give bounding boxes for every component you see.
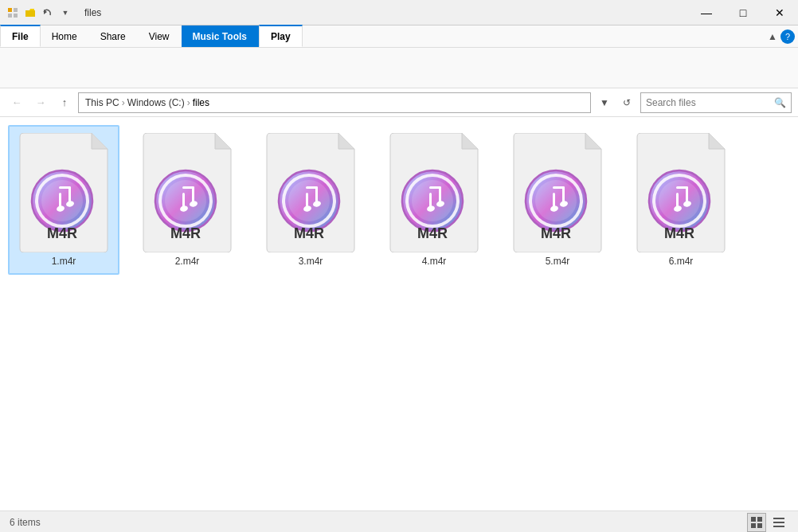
svg-rect-71 xyxy=(751,517,756,522)
svg-text:M4R: M4R xyxy=(664,225,694,241)
back-button[interactable]: ← xyxy=(6,92,27,113)
tab-view[interactable]: View xyxy=(138,25,182,47)
search-box[interactable]: 🔍 xyxy=(640,92,792,113)
list-item[interactable]: M4R 2.m4r xyxy=(131,125,243,275)
title-bar-icons: ▼ xyxy=(6,6,72,19)
folder-icon[interactable] xyxy=(24,6,37,19)
svg-point-64 xyxy=(659,180,700,221)
svg-rect-11 xyxy=(59,193,61,207)
svg-rect-75 xyxy=(773,518,784,519)
tab-share-label: Share xyxy=(100,31,126,42)
status-bar: 6 items xyxy=(0,510,798,532)
tab-home[interactable]: Home xyxy=(41,25,89,47)
svg-rect-76 xyxy=(773,522,784,523)
file-name: 2.m4r xyxy=(175,256,200,267)
file-name: 5.m4r xyxy=(546,256,570,267)
address-bar: ← → ↑ This PC › Windows (C:) › files ▼ ↺… xyxy=(0,88,798,117)
svg-point-9 xyxy=(41,180,83,221)
title-bar: ▼ files — □ ✕ xyxy=(0,0,798,25)
file-icon: M4R xyxy=(633,133,729,252)
svg-rect-56 xyxy=(553,186,565,189)
ribbon: File Home Share View Music Tools Play ▲ … xyxy=(0,25,798,88)
svg-text:M4R: M4R xyxy=(541,225,571,241)
close-button[interactable]: ✕ xyxy=(761,0,798,25)
dropdown-icon[interactable]: ▼ xyxy=(59,6,72,19)
file-icon: M4R xyxy=(386,133,482,252)
svg-rect-22 xyxy=(182,193,185,207)
tab-home-label: Home xyxy=(52,31,77,42)
file-icon: M4R xyxy=(139,133,235,252)
forward-button[interactable]: → xyxy=(30,92,51,113)
svg-text:M4R: M4R xyxy=(170,225,201,241)
status-bar-right xyxy=(747,513,788,532)
svg-point-31 xyxy=(288,180,330,221)
svg-rect-12 xyxy=(59,186,71,189)
svg-rect-73 xyxy=(751,523,756,528)
tab-file[interactable]: File xyxy=(0,25,41,47)
svg-text:M4R: M4R xyxy=(294,225,324,241)
svg-rect-23 xyxy=(182,186,194,189)
tab-play-label: Play xyxy=(271,31,291,42)
svg-text:M4R: M4R xyxy=(47,225,77,241)
file-name: 6.m4r xyxy=(669,256,694,267)
search-icon: 🔍 xyxy=(774,97,786,108)
svg-rect-67 xyxy=(676,186,688,189)
tab-play[interactable]: Play xyxy=(259,25,303,47)
file-icon: M4R xyxy=(263,133,358,252)
file-grid: M4R 1.m4r xyxy=(0,117,798,510)
large-icons-view-button[interactable] xyxy=(747,513,766,532)
tab-music-tools[interactable]: Music Tools xyxy=(182,25,259,47)
window-title: files xyxy=(84,7,101,18)
svg-point-42 xyxy=(412,180,453,221)
svg-rect-44 xyxy=(429,193,432,207)
minimize-button[interactable]: — xyxy=(688,0,725,25)
breadcrumb-windows-c: Windows (C:) xyxy=(127,97,185,108)
svg-point-53 xyxy=(535,180,577,221)
ribbon-tabs: File Home Share View Music Tools Play ▲ … xyxy=(0,25,798,48)
breadcrumb-files: files xyxy=(193,97,209,108)
file-icon: M4R xyxy=(510,133,605,252)
refresh-button[interactable]: ↺ xyxy=(616,92,637,113)
list-item[interactable]: M4R 6.m4r xyxy=(625,125,737,275)
address-actions: ▼ ↺ xyxy=(594,92,637,113)
svg-rect-3 xyxy=(14,14,18,18)
quick-access-icon[interactable] xyxy=(6,6,19,19)
file-name: 1.m4r xyxy=(52,256,76,267)
svg-rect-0 xyxy=(8,8,12,12)
tab-file-label: File xyxy=(12,31,29,42)
list-item[interactable]: M4R 3.m4r xyxy=(255,125,366,275)
search-input[interactable] xyxy=(646,97,774,108)
tab-share[interactable]: Share xyxy=(89,25,138,47)
svg-rect-74 xyxy=(757,523,762,528)
svg-rect-66 xyxy=(676,193,679,207)
details-view-button[interactable] xyxy=(769,513,788,532)
tab-music-tools-label: Music Tools xyxy=(193,31,247,42)
list-item[interactable]: M4R 5.m4r xyxy=(502,125,613,275)
file-name: 4.m4r xyxy=(422,256,447,267)
svg-rect-34 xyxy=(306,186,318,189)
tab-view-label: View xyxy=(149,31,170,42)
svg-rect-72 xyxy=(757,517,762,522)
title-bar-tabs: files xyxy=(80,7,688,18)
maximize-button[interactable]: □ xyxy=(725,0,761,25)
address-input[interactable]: This PC › Windows (C:) › files xyxy=(78,92,591,113)
help-icon[interactable]: ? xyxy=(780,29,795,44)
file-name: 3.m4r xyxy=(299,256,323,267)
undo-icon[interactable] xyxy=(41,6,54,19)
up-button[interactable]: ↑ xyxy=(54,92,75,113)
list-item[interactable]: M4R 4.m4r xyxy=(378,125,490,275)
svg-rect-1 xyxy=(14,8,18,12)
svg-rect-45 xyxy=(429,186,441,189)
file-icon: M4R xyxy=(16,133,111,252)
file-area: M4R 1.m4r xyxy=(0,117,798,510)
svg-text:M4R: M4R xyxy=(417,225,448,241)
ribbon-content xyxy=(0,48,798,88)
breadcrumb-this-pc: This PC xyxy=(85,97,119,108)
address-dropdown-button[interactable]: ▼ xyxy=(594,92,615,113)
list-item[interactable]: M4R 1.m4r xyxy=(8,125,119,275)
window-controls: — □ ✕ xyxy=(688,0,798,25)
ribbon-collapse-icon[interactable]: ▲ xyxy=(768,31,777,42)
svg-point-20 xyxy=(165,180,206,221)
item-count: 6 items xyxy=(10,517,41,528)
svg-rect-77 xyxy=(773,526,784,527)
